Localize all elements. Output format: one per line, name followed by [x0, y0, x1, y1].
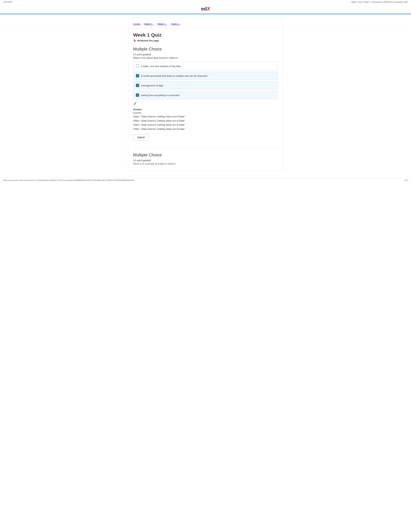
- browser-bar: 12/17/2017 Week 1 Quiz | Week 1: Assessm…: [0, 0, 411, 4]
- footer-url: https://courses.edx.org/courses/course-v…: [3, 179, 136, 181]
- choice-label-2: a model generated that leads to insights…: [141, 75, 207, 77]
- checkbox-3[interactable]: [136, 84, 139, 87]
- main-content: Course › Week 1... › Week 1... › Week 1.…: [128, 17, 283, 171]
- answer-correct-text: Correct:: [133, 111, 278, 114]
- bookmark-icon: 🔖: [133, 39, 136, 42]
- choice-option-3[interactable]: management of data: [133, 81, 278, 89]
- browser-date: 12/17/2017: [3, 1, 13, 3]
- edx-logo[interactable]: edX: [201, 6, 210, 12]
- footer-bar: https://courses.edx.org/courses/course-v…: [0, 178, 411, 182]
- answer-video-4: Video: "Data Science: Getting Value out …: [133, 127, 278, 131]
- submit-button[interactable]: Submit: [133, 134, 149, 140]
- answer-label: Answer: [133, 108, 278, 111]
- bookmark-label: Bookmark this page: [137, 39, 159, 42]
- logo-x: X: [207, 6, 210, 12]
- checkbox-1[interactable]: [136, 65, 139, 68]
- browser-title: Week 1 Quiz | Week 1: Assessment | DSE20…: [351, 1, 408, 3]
- logo-ed: ed: [201, 6, 207, 12]
- checkbox-2[interactable]: [136, 74, 139, 77]
- choice-option-1[interactable]: a static, one time analysis of big data: [133, 62, 278, 70]
- breadcrumb: Course › Week 1... › Week 1... › Week 1.…: [133, 21, 278, 28]
- breadcrumb-week1-2[interactable]: Week 1...: [158, 23, 167, 25]
- breadcrumb-week1-1[interactable]: Week 1...: [144, 23, 154, 25]
- site-header: edX: [0, 4, 411, 14]
- points-q1: 1/1 point (graded): [133, 53, 278, 56]
- question-text-q2: What is an example of insight to action?: [133, 162, 278, 165]
- question2-section: Multiple Choice 1/1 point (graded) What …: [133, 152, 278, 165]
- choice-option-4[interactable]: seeing how everything is connected: [133, 91, 278, 99]
- choice-option-2[interactable]: a model generated that leads to insights…: [133, 72, 278, 80]
- answer-videos: Video: "Data Science: Getting Value out …: [133, 114, 278, 131]
- checkbox-4[interactable]: [136, 94, 139, 97]
- bookmark-button[interactable]: 🔖 Bookmark this page: [133, 39, 278, 42]
- section-title-q1: Multiple Choice: [133, 47, 278, 52]
- question-text-q1: What is true about data science? Select …: [133, 57, 278, 59]
- correct-checkmark: ✓: [133, 101, 278, 106]
- answer-section: Answer Correct: Video: "Data Science: Ge…: [133, 108, 278, 131]
- answer-video-3: Video: "Data Science: Getting Value out …: [133, 123, 278, 127]
- answer-video-1: Video: "Data Science: Getting Value out …: [133, 114, 278, 119]
- answer-video-2: Video: "Data Science: Getting Value out …: [133, 119, 278, 123]
- choice-label-4: seeing how everything is connected: [141, 94, 179, 96]
- breadcrumb-course[interactable]: Course: [133, 23, 140, 25]
- choice-label-3: management of data: [141, 84, 163, 87]
- points-q2: 1/1 point (graded): [133, 159, 278, 162]
- footer-page: 1/10: [404, 179, 408, 181]
- section-title-q2: Multiple Choice: [133, 152, 278, 158]
- breadcrumb-week1-3[interactable]: Week 1...: [171, 23, 181, 25]
- choice-label-1: a static, one time analysis of big data: [141, 65, 181, 67]
- page-title: Week 1 Quiz: [133, 32, 278, 38]
